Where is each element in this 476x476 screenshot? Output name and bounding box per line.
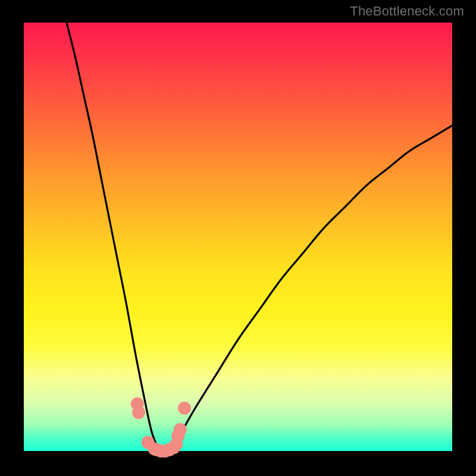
watermark-label: TheBottleneck.com xyxy=(350,4,464,19)
bottleneck-curve xyxy=(24,23,452,451)
data-marker xyxy=(132,406,145,419)
plot-area xyxy=(24,23,452,451)
chart-frame: TheBottleneck.com xyxy=(0,0,476,476)
data-marker xyxy=(178,402,191,415)
data-marker xyxy=(174,423,187,436)
